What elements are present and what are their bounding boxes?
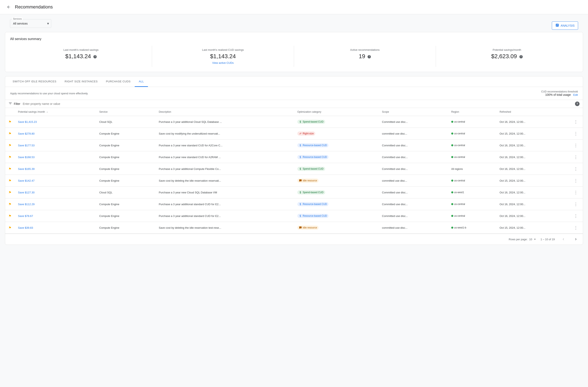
card-label-1: Last month's realized CUD savings [157,48,289,51]
actions-cell: ⋮ [569,187,583,198]
top-bar: Services All services ▾ ANALYSIS [5,18,583,32]
summary-card-cud-savings: Last month's realized CUD savings $1,143… [152,46,294,67]
description-cell: Purchase a 3 year new standard CUD for A… [156,139,294,151]
actions-cell: ⋮ [569,222,583,234]
opt-badge: Resource-based CUD [297,214,329,218]
main-content: Services All services ▾ ANALYSIS All ser… [0,14,588,248]
savings-link[interactable]: Save $165.39 [18,167,35,171]
recommendations-section: SWITCH OFF IDLE RESOURCES RIGHT SIZE INS… [5,76,583,245]
savings-link[interactable]: Save $127.30 [18,191,35,194]
actions-cell: ⋮ [569,198,583,210]
scope-cell: Committed use disc... [379,139,448,151]
flag-icon: ⚑ [8,120,11,124]
row-more-button[interactable]: ⋮ [572,142,580,149]
card-label-0: Last month's realized savings [15,48,147,51]
info-icon-0[interactable]: ? [93,55,97,58]
services-label: Services [12,18,22,20]
view-active-cuds-link[interactable]: View active CUDs [157,61,289,64]
row-more-button[interactable]: ⋮ [572,166,580,172]
prev-page-button[interactable] [560,236,567,242]
table-description: Apply recommendations to use your cloud … [10,92,88,95]
row-more-button[interactable]: ⋮ [572,154,580,160]
region-tag: us-central [451,156,465,158]
info-icon-3[interactable]: ? [519,55,523,58]
info-icon-2[interactable]: ? [368,55,371,58]
row-more-button[interactable]: ⋮ [572,118,580,125]
actions-cell: ⋮ [569,116,583,128]
filter-input[interactable] [23,102,575,105]
region-status-dot [451,191,453,194]
refreshed-cell: Oct 15, 2024, 12:00... [496,175,569,187]
tab-purchase-cuds[interactable]: PURCHASE CUDS [102,77,135,87]
opt-category-cell: Resource-based CUD [294,198,379,210]
service-cell: Compute Engine [96,222,156,234]
next-page-button[interactable] [572,236,580,242]
row-more-button[interactable]: ⋮ [572,189,580,196]
services-select[interactable]: All services [10,19,51,28]
flag-icon: ⚑ [8,202,11,206]
opt-category-cell: Idle resource [294,175,379,187]
cud-edit-link[interactable]: Edit [573,93,578,97]
region-cell: us-west1 [448,187,496,198]
savings-link[interactable]: Save $177.53 [18,144,35,147]
help-icon[interactable]: ? [575,101,580,106]
row-more-button[interactable]: ⋮ [572,213,580,219]
savings-link[interactable]: Save $39.83 [18,226,33,229]
region-status-dot [451,203,453,205]
actions-cell: ⋮ [569,210,583,222]
row-more-button[interactable]: ⋮ [572,177,580,184]
page-title: Recommendations [15,4,53,10]
scope-cell: committed use disc... [379,128,448,139]
opt-category-cell: Idle resource [294,222,379,234]
refreshed-cell: Oct 16, 2024, 12:00... [496,198,569,210]
region-status-dot [451,156,453,158]
tab-switch-off-idle[interactable]: SWITCH OFF IDLE RESOURCES [8,77,61,87]
region-status-dot [451,133,453,135]
th-description: Description [156,108,294,116]
opt-category-cell: Spend-based CUD [294,187,379,198]
flag-icon: ⚑ [8,144,11,147]
tab-right-size[interactable]: RIGHT SIZE INSTANCES [61,77,102,87]
summary-card-realized-savings: Last month's realized savings $1,143.24 … [10,46,152,67]
cud-threshold-section: CUD recommendations threshold 100% of to… [541,90,578,97]
row-more-button[interactable]: ⋮ [572,130,580,137]
tab-all[interactable]: ALL [135,77,148,87]
th-savings[interactable]: Potential savings /month ↓ [15,108,96,116]
savings-link[interactable]: Save $168.53 [18,156,35,159]
region-cell: All regions [448,163,496,175]
description-cell: Purchase a 3 year additional Compute Fle… [156,163,294,175]
service-cell: Compute Engine [96,139,156,151]
recommendations-table: Potential savings /month ↓ Service Descr… [5,108,583,234]
flag-cell: ⚑ [5,175,15,187]
flag-icon: ⚑ [8,167,11,171]
savings-link[interactable]: Save $278.80 [18,132,35,135]
region-tag: us-central [451,120,465,123]
table-row: ⚑ Save $278.80 Compute Engine Save cost … [5,128,583,139]
flag-cell: ⚑ [5,198,15,210]
savings-cell: Save $168.53 [15,151,96,163]
savings-link[interactable]: Save $112.29 [18,203,35,206]
rows-per-page-select[interactable]: 10 25 50 [529,238,536,241]
region-cell: us-central [448,139,496,151]
table-row: ⚑ Save $39.83 Compute Engine Save cost b… [5,222,583,234]
savings-cell: Save $177.53 [15,139,96,151]
analysis-button[interactable]: ANALYSIS [552,21,578,30]
savings-link[interactable]: Save $142.47 [18,179,35,182]
pagination-info: 1 – 10 of 19 [541,238,555,241]
analysis-button-label: ANALYSIS [561,24,575,27]
savings-link[interactable]: Save $1,415.23 [18,120,37,123]
table-row: ⚑ Save $112.29 Compute Engine Purchase a… [5,198,583,210]
service-cell: Cloud SQL [96,187,156,198]
savings-link[interactable]: Save $78.67 [18,214,33,217]
row-more-button[interactable]: ⋮ [572,224,580,231]
savings-cell: Save $165.39 [15,163,96,175]
actions-cell: ⋮ [569,139,583,151]
th-actions [569,108,583,116]
scope-cell: Committed use disc... [379,198,448,210]
services-select-container: Services All services ▾ [10,19,51,28]
actions-cell: ⋮ [569,128,583,139]
back-button[interactable] [5,3,12,11]
row-more-button[interactable]: ⋮ [572,201,580,207]
description-cell: Purchase a 3 year new Cloud SQL Database… [156,187,294,198]
region-tag: us-central [451,179,465,182]
